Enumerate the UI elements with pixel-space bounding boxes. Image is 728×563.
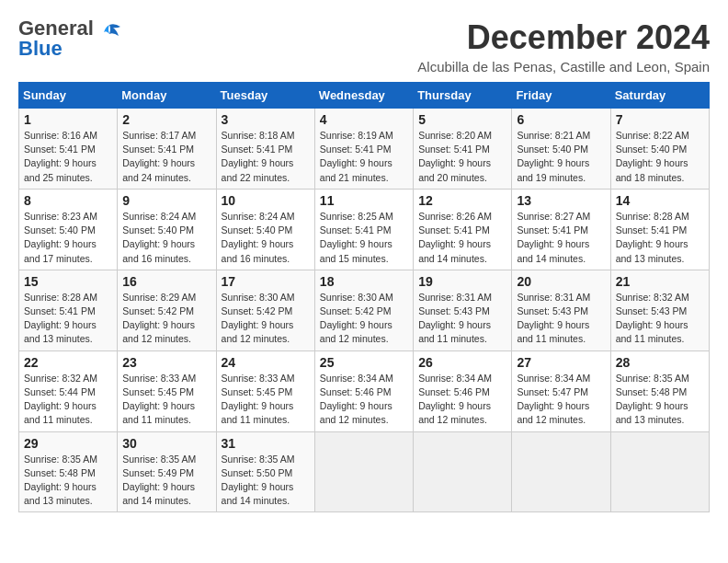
header-saturday: Saturday — [610, 83, 709, 109]
day-info: Sunrise: 8:19 AMSunset: 5:41 PMDaylight:… — [320, 129, 408, 185]
table-row — [314, 431, 413, 512]
day-info: Sunrise: 8:34 AMSunset: 5:46 PMDaylight:… — [320, 372, 408, 428]
table-row: 23 Sunrise: 8:33 AMSunset: 5:45 PMDaylig… — [118, 350, 216, 431]
day-info: Sunrise: 8:34 AMSunset: 5:46 PMDaylight:… — [418, 372, 506, 428]
day-info: Sunrise: 8:29 AMSunset: 5:42 PMDaylight:… — [122, 291, 210, 347]
day-number: 21 — [616, 274, 704, 289]
day-number: 7 — [616, 112, 704, 127]
table-row: 11 Sunrise: 8:25 AMSunset: 5:41 PMDaylig… — [314, 189, 413, 270]
table-row: 10 Sunrise: 8:24 AMSunset: 5:40 PMDaylig… — [216, 189, 314, 270]
table-row: 20 Sunrise: 8:31 AMSunset: 5:43 PMDaylig… — [512, 270, 610, 350]
calendar-week-row: 1 Sunrise: 8:16 AMSunset: 5:41 PMDayligh… — [19, 109, 710, 190]
header-thursday: Thursday — [414, 83, 512, 109]
table-row: 14 Sunrise: 8:28 AMSunset: 5:41 PMDaylig… — [610, 189, 709, 270]
day-info: Sunrise: 8:18 AMSunset: 5:41 PMDaylight:… — [222, 129, 310, 185]
day-number: 25 — [320, 355, 408, 370]
logo-general: General — [18, 18, 94, 39]
day-info: Sunrise: 8:35 AMSunset: 5:48 PMDaylight:… — [616, 372, 704, 428]
logo-blue: Blue — [18, 39, 94, 59]
header-wednesday: Wednesday — [314, 83, 413, 109]
table-row: 15 Sunrise: 8:28 AMSunset: 5:41 PMDaylig… — [19, 270, 118, 350]
day-number: 22 — [24, 355, 112, 370]
day-number: 11 — [320, 193, 408, 208]
day-number: 4 — [320, 112, 408, 127]
day-info: Sunrise: 8:31 AMSunset: 5:43 PMDaylight:… — [418, 291, 506, 347]
day-info: Sunrise: 8:34 AMSunset: 5:47 PMDaylight:… — [517, 372, 605, 428]
day-number: 9 — [122, 193, 210, 208]
day-number: 1 — [24, 112, 112, 127]
header-tuesday: Tuesday — [216, 83, 314, 109]
logo: General Blue — [18, 18, 122, 59]
table-row — [414, 431, 512, 512]
calendar-table: Sunday Monday Tuesday Wednesday Thursday… — [18, 82, 710, 512]
day-number: 29 — [24, 436, 112, 451]
day-number: 14 — [616, 193, 704, 208]
calendar-week-row: 29 Sunrise: 8:35 AMSunset: 5:48 PMDaylig… — [19, 431, 710, 512]
day-number: 8 — [24, 193, 112, 208]
day-number: 2 — [122, 112, 210, 127]
logo-text: General Blue — [18, 18, 94, 59]
day-info: Sunrise: 8:23 AMSunset: 5:40 PMDaylight:… — [24, 210, 112, 266]
calendar-week-row: 22 Sunrise: 8:32 AMSunset: 5:44 PMDaylig… — [19, 350, 710, 431]
header-friday: Friday — [512, 83, 610, 109]
day-info: Sunrise: 8:32 AMSunset: 5:43 PMDaylight:… — [616, 291, 704, 347]
table-row: 9 Sunrise: 8:24 AMSunset: 5:40 PMDayligh… — [118, 189, 216, 270]
calendar-header-row: Sunday Monday Tuesday Wednesday Thursday… — [19, 83, 710, 109]
day-info: Sunrise: 8:22 AMSunset: 5:40 PMDaylight:… — [616, 129, 704, 185]
day-info: Sunrise: 8:27 AMSunset: 5:41 PMDaylight:… — [517, 210, 605, 266]
day-info: Sunrise: 8:33 AMSunset: 5:45 PMDaylight:… — [222, 372, 310, 428]
month-title: December 2024 — [417, 18, 710, 57]
day-number: 5 — [418, 112, 506, 127]
table-row: 27 Sunrise: 8:34 AMSunset: 5:47 PMDaylig… — [512, 350, 610, 431]
day-number: 20 — [517, 274, 605, 289]
table-row: 8 Sunrise: 8:23 AMSunset: 5:40 PMDayligh… — [19, 189, 118, 270]
day-info: Sunrise: 8:24 AMSunset: 5:40 PMDaylight:… — [122, 210, 210, 266]
table-row: 13 Sunrise: 8:27 AMSunset: 5:41 PMDaylig… — [512, 189, 610, 270]
day-number: 17 — [222, 274, 310, 289]
table-row: 17 Sunrise: 8:30 AMSunset: 5:42 PMDaylig… — [216, 270, 314, 350]
table-row: 2 Sunrise: 8:17 AMSunset: 5:41 PMDayligh… — [118, 109, 216, 190]
calendar-week-row: 15 Sunrise: 8:28 AMSunset: 5:41 PMDaylig… — [19, 270, 710, 350]
day-number: 13 — [517, 193, 605, 208]
title-area: December 2024 Alcubilla de las Penas, Ca… — [417, 18, 710, 75]
day-number: 27 — [517, 355, 605, 370]
day-number: 18 — [320, 274, 408, 289]
day-number: 3 — [222, 112, 310, 127]
day-number: 23 — [122, 355, 210, 370]
day-info: Sunrise: 8:31 AMSunset: 5:43 PMDaylight:… — [517, 291, 605, 347]
day-number: 26 — [418, 355, 506, 370]
table-row: 26 Sunrise: 8:34 AMSunset: 5:46 PMDaylig… — [414, 350, 512, 431]
day-info: Sunrise: 8:26 AMSunset: 5:41 PMDaylight:… — [418, 210, 506, 266]
calendar-week-row: 8 Sunrise: 8:23 AMSunset: 5:40 PMDayligh… — [19, 189, 710, 270]
table-row: 7 Sunrise: 8:22 AMSunset: 5:40 PMDayligh… — [610, 109, 709, 190]
day-number: 30 — [122, 436, 210, 451]
day-info: Sunrise: 8:20 AMSunset: 5:41 PMDaylight:… — [418, 129, 506, 185]
day-info: Sunrise: 8:35 AMSunset: 5:48 PMDaylight:… — [24, 453, 112, 509]
day-number: 19 — [418, 274, 506, 289]
day-number: 31 — [222, 436, 310, 451]
location-title: Alcubilla de las Penas, Castille and Leo… — [417, 59, 710, 75]
table-row: 29 Sunrise: 8:35 AMSunset: 5:48 PMDaylig… — [19, 431, 118, 512]
table-row: 31 Sunrise: 8:35 AMSunset: 5:50 PMDaylig… — [216, 431, 314, 512]
table-row: 5 Sunrise: 8:20 AMSunset: 5:41 PMDayligh… — [414, 109, 512, 190]
table-row: 22 Sunrise: 8:32 AMSunset: 5:44 PMDaylig… — [19, 350, 118, 431]
day-info: Sunrise: 8:35 AMSunset: 5:50 PMDaylight:… — [222, 453, 310, 509]
table-row: 1 Sunrise: 8:16 AMSunset: 5:41 PMDayligh… — [19, 109, 118, 190]
day-number: 15 — [24, 274, 112, 289]
day-number: 24 — [222, 355, 310, 370]
table-row: 19 Sunrise: 8:31 AMSunset: 5:43 PMDaylig… — [414, 270, 512, 350]
day-number: 16 — [122, 274, 210, 289]
day-info: Sunrise: 8:33 AMSunset: 5:45 PMDaylight:… — [122, 372, 210, 428]
day-info: Sunrise: 8:28 AMSunset: 5:41 PMDaylight:… — [24, 291, 112, 347]
table-row: 21 Sunrise: 8:32 AMSunset: 5:43 PMDaylig… — [610, 270, 709, 350]
bird-icon — [97, 23, 122, 47]
day-info: Sunrise: 8:30 AMSunset: 5:42 PMDaylight:… — [320, 291, 408, 347]
table-row: 16 Sunrise: 8:29 AMSunset: 5:42 PMDaylig… — [118, 270, 216, 350]
table-row: 24 Sunrise: 8:33 AMSunset: 5:45 PMDaylig… — [216, 350, 314, 431]
day-info: Sunrise: 8:35 AMSunset: 5:49 PMDaylight:… — [122, 453, 210, 509]
header-sunday: Sunday — [19, 83, 118, 109]
day-info: Sunrise: 8:17 AMSunset: 5:41 PMDaylight:… — [122, 129, 210, 185]
day-number: 6 — [517, 112, 605, 127]
table-row: 18 Sunrise: 8:30 AMSunset: 5:42 PMDaylig… — [314, 270, 413, 350]
day-number: 28 — [616, 355, 704, 370]
